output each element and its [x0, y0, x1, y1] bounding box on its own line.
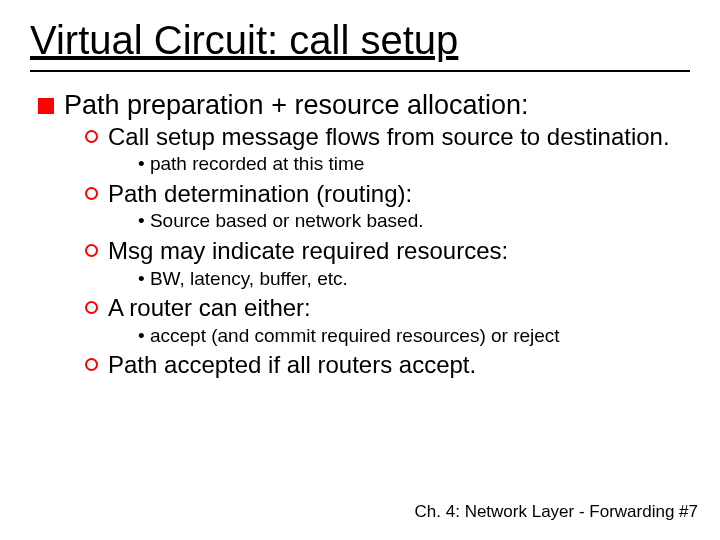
bullet-level2: Path accepted if all routers accept.	[85, 351, 690, 379]
bullet-level2-text: A router can either:	[108, 294, 311, 322]
slide-footer: Ch. 4: Network Layer - Forwarding #7	[415, 502, 698, 522]
bullet-level2-text: Path accepted if all routers accept.	[108, 351, 476, 379]
circle-bullet-icon	[85, 130, 98, 143]
circle-bullet-icon	[85, 358, 98, 371]
bullet-level3: BW, latency, buffer, etc.	[138, 268, 690, 291]
bullet-level2: Call setup message flows from source to …	[85, 123, 690, 151]
bullet-level2: Path determination (routing):	[85, 180, 690, 208]
bullet-level2-text: Call setup message flows from source to …	[108, 123, 670, 151]
slide-title: Virtual Circuit: call setup	[30, 18, 690, 62]
bullet-level2-text: Msg may indicate required resources:	[108, 237, 508, 265]
square-bullet-icon	[38, 98, 54, 114]
title-divider	[30, 70, 690, 72]
circle-bullet-icon	[85, 244, 98, 257]
slide: Virtual Circuit: call setup Path prepara…	[0, 0, 720, 540]
bullet-level2: Msg may indicate required resources:	[85, 237, 690, 265]
bullet-level1: Path preparation + resource allocation:	[38, 90, 690, 121]
bullet-level3: accept (and commit required resources) o…	[138, 325, 690, 348]
bullet-level2: A router can either:	[85, 294, 690, 322]
bullet-level3: Source based or network based.	[138, 210, 690, 233]
circle-bullet-icon	[85, 301, 98, 314]
circle-bullet-icon	[85, 187, 98, 200]
bullet-level2-text: Path determination (routing):	[108, 180, 412, 208]
bullet-level1-text: Path preparation + resource allocation:	[64, 90, 529, 121]
bullet-level3: path recorded at this time	[138, 153, 690, 176]
